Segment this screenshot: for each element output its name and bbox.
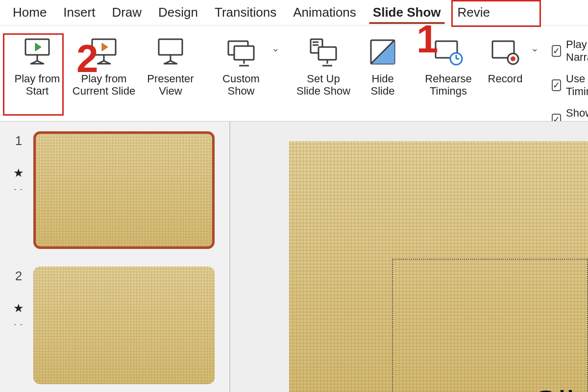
checkbox-checked-icon: ✓ xyxy=(552,114,561,122)
chevron-down-icon[interactable]: ⌄ xyxy=(270,31,280,54)
show-media-checkbox[interactable]: ✓ Show Med xyxy=(552,107,588,122)
menu-bar: Home Insert Draw Design Transitions Anim… xyxy=(0,0,588,25)
play-from-start-label-1: Play from xyxy=(15,73,60,85)
play-from-current-label-2: Current Slide xyxy=(73,85,135,97)
slide-thumbnail-panel: 1 ★ - - 2 ★ - - xyxy=(0,122,230,392)
play-from-current-icon xyxy=(88,36,120,68)
custom-show-label-1: Custom xyxy=(222,73,260,85)
svg-rect-18 xyxy=(234,46,254,60)
tab-insert[interactable]: Insert xyxy=(56,2,102,23)
slide-number-1: 1 xyxy=(15,133,22,148)
hide-slide-label-2: Slide xyxy=(371,85,395,97)
tab-animations[interactable]: Animations xyxy=(286,2,363,23)
ribbon-slide-show: Play from Start Play from Current Slide xyxy=(0,25,588,122)
animation-ticks-icon: - - xyxy=(14,185,23,193)
set-up-label-1: Set Up xyxy=(307,73,340,85)
animation-ticks-icon: - - xyxy=(14,320,23,328)
tab-review[interactable]: Revie xyxy=(451,2,497,23)
slide-number-2: 2 xyxy=(15,269,22,283)
set-up-label-2: Slide Show xyxy=(296,85,350,97)
animation-star-icon: ★ xyxy=(9,166,28,180)
tab-design[interactable]: Design xyxy=(151,2,205,23)
workspace: 1 ★ - - 2 ★ - - Clic xyxy=(0,122,588,392)
hide-slide-label-1: Hide xyxy=(371,73,393,85)
checkbox-checked-icon: ✓ xyxy=(552,45,561,57)
current-slide-canvas[interactable]: Clic xyxy=(289,141,588,392)
slide-thumb-1-preview xyxy=(33,131,215,249)
tab-slide-show[interactable]: Slide Show xyxy=(366,2,448,23)
use-timings-checkbox[interactable]: ✓ Use Timin xyxy=(552,73,588,98)
title-placeholder[interactable] xyxy=(392,259,588,392)
rehearse-timings-icon xyxy=(433,36,464,68)
custom-show-label-2: Show xyxy=(227,85,254,97)
record-label-1: Record xyxy=(488,73,523,85)
placeholder-hint-text: Clic xyxy=(532,383,588,392)
custom-show-button[interactable]: Custom Show xyxy=(212,31,270,100)
hide-slide-icon xyxy=(367,36,398,68)
slide-thumbnail-2[interactable]: 2 ★ - - xyxy=(9,267,220,384)
rehearse-label-2: Timings xyxy=(430,85,467,97)
rehearse-label-1: Rehearse xyxy=(425,73,471,85)
play-from-start-label-2: Start xyxy=(26,85,49,97)
tab-home[interactable]: Home xyxy=(6,2,53,23)
record-icon xyxy=(490,36,521,68)
show-media-label: Show Med xyxy=(566,107,588,122)
record-button[interactable]: Record xyxy=(481,31,530,88)
tab-draw[interactable]: Draw xyxy=(105,2,148,23)
svg-point-36 xyxy=(511,56,515,61)
animation-star-icon: ★ xyxy=(9,301,28,315)
play-narrations-checkbox[interactable]: ✓ Play Narra xyxy=(552,38,588,64)
chevron-down-icon[interactable]: ⌄ xyxy=(530,31,539,54)
presenter-view-label-1: Presenter xyxy=(147,73,194,85)
checkbox-checked-icon: ✓ xyxy=(552,79,561,91)
slide-thumb-2-preview xyxy=(33,267,215,384)
play-narrations-label: Play Narra xyxy=(566,38,588,64)
custom-show-icon xyxy=(225,36,257,68)
slide-editor: Clic xyxy=(230,122,588,392)
slide-thumbnail-1[interactable]: 1 ★ - - xyxy=(9,131,220,249)
svg-rect-12 xyxy=(159,39,182,55)
presenter-view-button[interactable]: Presenter View xyxy=(141,31,200,100)
hide-slide-button[interactable]: Hide Slide xyxy=(358,31,407,100)
presenter-view-label-2: View xyxy=(159,85,182,97)
rehearse-timings-button[interactable]: Rehearse Timings xyxy=(419,31,478,100)
play-from-current-button[interactable]: Play from Current Slide xyxy=(70,31,138,100)
set-up-slide-show-button[interactable]: Set Up Slide Show xyxy=(292,31,355,100)
play-from-start-icon xyxy=(22,36,53,68)
presenter-view-icon xyxy=(155,36,186,68)
tab-transitions[interactable]: Transitions xyxy=(208,2,283,23)
set-up-slide-show-icon xyxy=(308,36,339,68)
play-from-current-label-1: Play from xyxy=(81,73,127,85)
svg-rect-24 xyxy=(318,47,336,60)
use-timings-label: Use Timin xyxy=(566,73,588,98)
play-from-start-button[interactable]: Play from Start xyxy=(8,31,67,100)
